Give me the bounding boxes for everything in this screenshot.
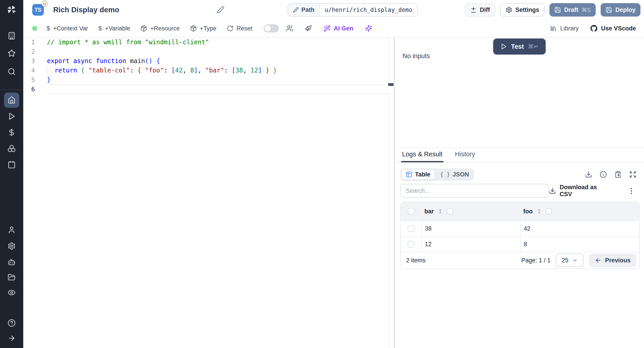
sidebar-item-users[interactable] — [4, 223, 19, 236]
sidebar-divider — [0, 90, 23, 90]
arrow-left-icon — [595, 257, 602, 264]
bun-runtime-icon — [41, 0, 48, 7]
sidebar-item-favorites[interactable] — [4, 46, 19, 60]
line-number: 3 — [23, 56, 35, 66]
column-header-bar[interactable]: bar — [424, 208, 434, 215]
row-checkbox[interactable] — [408, 225, 414, 232]
line-number: 2 — [23, 47, 35, 56]
sidebar-item-help[interactable] — [4, 316, 19, 330]
edit-path-button[interactable]: Path — [288, 4, 320, 16]
add-context-var-label: +Context Var — [53, 25, 88, 32]
sidebar-item-settings[interactable] — [4, 239, 19, 253]
tab-history[interactable]: History — [455, 150, 475, 162]
code-line[interactable]: return { "table-col": { "foo": [42, 8], … — [47, 66, 387, 75]
add-resource-button[interactable]: +Resource — [140, 25, 180, 32]
code-line[interactable]: // import * as wmill from "windmill-clie… — [47, 38, 387, 47]
building-icon — [8, 32, 16, 40]
add-resource-label: +Resource — [150, 25, 180, 32]
row-checkbox[interactable] — [408, 241, 414, 248]
code-line[interactable]: export async function main() { — [47, 56, 387, 66]
view-toggle-table[interactable]: Table — [401, 169, 435, 180]
library-button[interactable]: Library — [550, 25, 579, 32]
line-number: 4 — [23, 66, 35, 75]
column-filter-checkbox[interactable] — [546, 208, 552, 214]
search-input[interactable] — [400, 184, 549, 198]
download-result-icon[interactable] — [585, 171, 592, 178]
sidebar-item-schedules[interactable] — [4, 158, 19, 171]
column-filter-checkbox[interactable] — [447, 208, 453, 214]
sort-icon[interactable] — [536, 208, 542, 214]
copy-to-clipboard-icon[interactable] — [614, 171, 622, 178]
sidebar-item-variables[interactable] — [4, 126, 19, 139]
diff-button[interactable]: Diff — [465, 3, 495, 16]
draft-shortcut: ⌘S — [582, 7, 591, 13]
ai-gen-label: AI Gen — [334, 25, 353, 32]
use-vscode-button[interactable]: Use VScode — [590, 25, 636, 32]
page-size-value: 25 — [562, 257, 568, 264]
sidebar-item-folders[interactable] — [4, 270, 19, 284]
main-area: TS Rich Display demo Path u/henri/rich_d… — [23, 0, 644, 348]
package-icon — [140, 25, 147, 32]
items-count: 2 items — [406, 257, 426, 264]
table-options-menu[interactable]: ⋮ — [628, 187, 635, 194]
chevron-down-icon — [572, 258, 578, 263]
diff-mode-toggle[interactable] — [264, 24, 279, 32]
play-icon — [8, 112, 16, 120]
edit-title-button[interactable] — [217, 6, 224, 15]
sidebar-item-resources[interactable] — [4, 142, 19, 155]
settings-button[interactable]: Settings — [500, 3, 545, 16]
diff-icon — [470, 6, 477, 13]
ai-autocomplete-button[interactable] — [365, 25, 372, 32]
sidebar-item-runs[interactable] — [4, 110, 19, 123]
editor-scrollbar[interactable] — [388, 38, 394, 348]
reset-button[interactable]: Reset — [227, 25, 252, 32]
ai-gen-button[interactable]: AI Gen — [324, 25, 353, 32]
github-icon — [590, 25, 598, 32]
format-code-button[interactable] — [305, 25, 312, 32]
sidebar-expand-button[interactable] — [4, 332, 19, 345]
table-cell: 42 — [520, 221, 639, 236]
sidebar-item-audit-logs[interactable] — [4, 286, 19, 299]
code-line[interactable]: } — [47, 75, 387, 84]
page-size-select[interactable]: 25 — [556, 254, 584, 267]
table-cell: 8 — [520, 236, 639, 252]
sidebar-item-search[interactable] — [4, 65, 19, 78]
sort-icon[interactable] — [438, 208, 443, 214]
deploy-button[interactable]: Deploy — [600, 3, 640, 16]
expand-icon[interactable] — [629, 171, 636, 178]
info-icon[interactable] — [600, 171, 607, 178]
add-variable-button[interactable]: $ +Variable — [98, 25, 130, 32]
download-csv-button[interactable]: Download as CSV — [549, 184, 610, 198]
users-icon — [286, 25, 293, 32]
path-value[interactable]: u/henri/rich_display_demo — [320, 4, 417, 16]
code-line[interactable] — [47, 47, 387, 56]
multiplayer-button[interactable] — [286, 25, 293, 32]
column-header-foo[interactable]: foo — [523, 208, 533, 215]
windmill-logo[interactable] — [0, 0, 23, 20]
save-draft-button[interactable]: Draft ⌘S — [550, 3, 596, 16]
add-context-var-button[interactable]: $ +Context Var — [46, 25, 88, 32]
sidebar-item-workspace[interactable] — [4, 29, 19, 42]
editor-toolbar: $ +Context Var $ +Variable +Resource +Ty… — [23, 20, 644, 38]
code-line[interactable] — [47, 84, 387, 94]
table-cell: 12 — [422, 236, 520, 252]
previous-page-button[interactable]: Previous — [589, 254, 636, 267]
right-panel: Test ⌘↵ No inputs Logs & ResultHistory T… — [395, 38, 644, 348]
deploy-label: Deploy — [616, 6, 636, 14]
code-lines[interactable]: // import * as wmill from "windmill-clie… — [47, 38, 387, 94]
tab-logs-result[interactable]: Logs & Result — [402, 150, 442, 162]
sidebar-item-home[interactable] — [4, 92, 19, 108]
select-all-checkbox[interactable] — [408, 208, 414, 215]
folder-open-icon — [8, 273, 16, 281]
eye-icon — [8, 288, 16, 296]
library-icon — [550, 25, 557, 32]
diff-label: Diff — [480, 6, 490, 14]
view-toggle-json[interactable]: { } JSON — [436, 169, 474, 180]
content: 123456 // import * as wmill from "windmi… — [23, 38, 644, 348]
sidebar-item-workers[interactable] — [4, 256, 19, 269]
add-type-button[interactable]: +Type — [190, 25, 216, 32]
test-button[interactable]: Test ⌘↵ — [493, 38, 546, 54]
download-csv-label: Download as CSV — [560, 184, 610, 198]
code-editor[interactable]: 123456 // import * as wmill from "windmi… — [23, 38, 394, 348]
view-toggle: Table { } JSON — [400, 168, 474, 181]
